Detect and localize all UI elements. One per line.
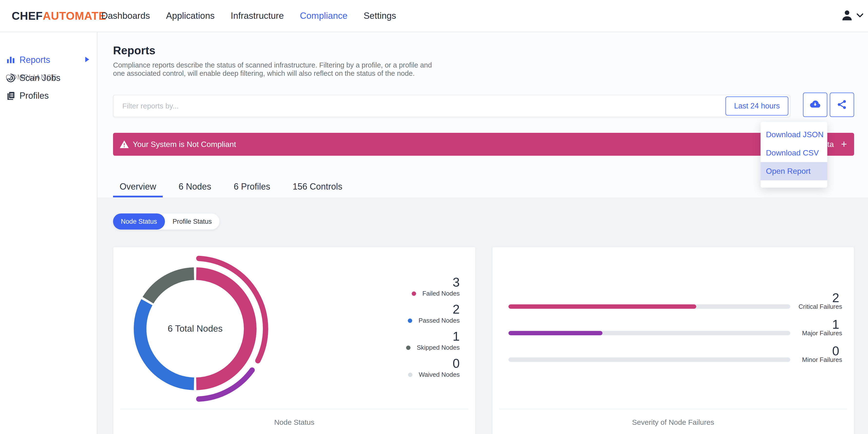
user-menu[interactable] <box>840 0 864 32</box>
nav-item-applications[interactable]: Applications <box>166 11 215 21</box>
primary-nav: Dashboards Applications Infrastructure C… <box>101 0 396 32</box>
legend-label: Passed Nodes <box>418 317 460 324</box>
passed-dot-icon <box>408 318 412 323</box>
nav-item-dashboards[interactable]: Dashboards <box>101 11 150 21</box>
banner-action-partial-label[interactable]: ta <box>827 133 834 156</box>
top-navigation-bar: CHEFAUTOMATE Dashboards Applications Inf… <box>0 0 868 32</box>
tab-overview[interactable]: Overview <box>113 177 163 197</box>
severity-caption: Severity of Node Failures <box>492 418 854 427</box>
nav-item-infrastructure[interactable]: Infrastructure <box>231 11 284 21</box>
cloud-download-icon <box>809 98 822 112</box>
critical-failures-fill <box>508 304 696 309</box>
skipped-nodes-count: 1 <box>396 330 460 343</box>
filter-reports-input[interactable] <box>122 96 726 116</box>
chef-automate-app: CHEFAUTOMATE Dashboards Applications Inf… <box>0 0 868 434</box>
legend-label: Skipped Nodes <box>417 344 460 351</box>
node-status-chart: 6 Total Nodes <box>117 251 273 407</box>
legend-label: Waived Nodes <box>419 371 460 378</box>
chef-automate-logo[interactable]: CHEFAUTOMATE <box>12 0 106 32</box>
user-profile-icon <box>840 8 854 23</box>
passed-nodes-count: 2 <box>396 302 460 316</box>
tab-profiles[interactable]: 6 Profiles <box>227 177 277 197</box>
legend-entry-skipped[interactable]: 1 Skipped Nodes <box>396 330 460 351</box>
waived-nodes-count: 0 <box>396 356 460 370</box>
page-description-line2: one associated control, will enable deep… <box>113 69 432 78</box>
sidebar-item-profiles[interactable]: Profiles <box>0 89 97 102</box>
banner-plus-icon[interactable]: + <box>841 133 847 156</box>
donut-center-label: 6 Total Nodes <box>117 251 273 407</box>
page-description: Compliance reports describe the status o… <box>113 61 432 78</box>
logo-automate: AUTOMATE <box>43 9 106 23</box>
tab-controls[interactable]: 156 Controls <box>286 177 349 197</box>
menu-item-download-csv[interactable]: Download CSV <box>761 144 827 162</box>
menu-item-download-json[interactable]: Download JSON <box>761 125 827 144</box>
legend-entry-failed[interactable]: 3 Failed Nodes <box>396 275 460 297</box>
failed-nodes-count: 3 <box>396 275 460 289</box>
card-divider <box>120 409 468 409</box>
severity-card: 2 Critical Failures 1 Major Failures 0 M… <box>492 247 854 434</box>
caret-right-icon <box>85 57 89 63</box>
page-title: Reports <box>113 44 155 57</box>
major-failures-fill <box>508 331 602 335</box>
share-button[interactable] <box>830 93 854 117</box>
status-toggle: Node Status Profile Status <box>113 214 219 229</box>
compliance-sidebar: COMPLIANCE Reports Scan Jobs <box>0 32 97 434</box>
card-divider <box>499 409 847 409</box>
not-compliant-banner: Your System is Not Compliant ta + <box>113 133 854 156</box>
sidebar-item-label: Profiles <box>20 91 49 101</box>
sidebar-item-label: Reports <box>20 55 50 65</box>
node-status-caption: Node Status <box>113 418 475 427</box>
bar-chart-icon <box>5 55 16 65</box>
critical-failures-label: Critical Failures <box>745 303 842 310</box>
toggle-profile-status[interactable]: Profile Status <box>165 214 220 229</box>
profiles-icon <box>5 90 16 101</box>
major-failures-count: 1 <box>742 318 839 331</box>
download-menu: Download JSON Download CSV Open Report <box>761 122 827 188</box>
report-filter-bar: Last 24 hours <box>113 95 790 117</box>
failed-dot-icon <box>412 291 416 296</box>
logo-chef: CHEF <box>12 9 43 23</box>
critical-failures-count: 2 <box>742 291 839 304</box>
nav-item-settings[interactable]: Settings <box>364 11 396 21</box>
page-description-line1: Compliance reports describe the status o… <box>113 61 432 69</box>
minor-failures-count: 0 <box>742 345 839 357</box>
legend-label: Failed Nodes <box>423 290 460 297</box>
share-icon <box>836 99 847 111</box>
major-failures-label: Major Failures <box>745 330 842 337</box>
legend-entry-passed[interactable]: 2 Passed Nodes <box>396 302 460 324</box>
node-status-card: 6 Total Nodes 3 Failed Nodes 2 Passed No… <box>113 247 475 434</box>
minor-failures-label: Minor Failures <box>745 356 842 364</box>
sidebar-item-label: Scan Jobs <box>20 73 60 83</box>
legend-entry-waived[interactable]: 0 Waived Nodes <box>396 356 460 378</box>
scan-icon <box>5 73 16 83</box>
tab-nodes[interactable]: 6 Nodes <box>172 177 218 197</box>
waived-dot-icon <box>408 373 412 377</box>
nav-item-compliance[interactable]: Compliance <box>300 11 347 21</box>
time-range-button[interactable]: Last 24 hours <box>725 96 788 116</box>
node-status-legend: 3 Failed Nodes 2 Passed Nodes 1 Skipped … <box>396 275 460 383</box>
menu-item-open-report[interactable]: Open Report <box>761 162 827 180</box>
banner-message: Your System is Not Compliant <box>133 133 236 156</box>
report-tabs: Overview 6 Nodes 6 Profiles 156 Controls <box>113 177 349 197</box>
download-report-button[interactable] <box>803 93 827 117</box>
warning-triangle-icon <box>119 140 129 150</box>
toggle-node-status[interactable]: Node Status <box>113 214 165 229</box>
skipped-dot-icon <box>406 345 410 350</box>
sidebar-item-reports[interactable]: Reports <box>0 53 97 67</box>
chevron-down-icon <box>856 13 864 19</box>
sidebar-item-scan-jobs[interactable]: Scan Jobs <box>0 71 97 85</box>
